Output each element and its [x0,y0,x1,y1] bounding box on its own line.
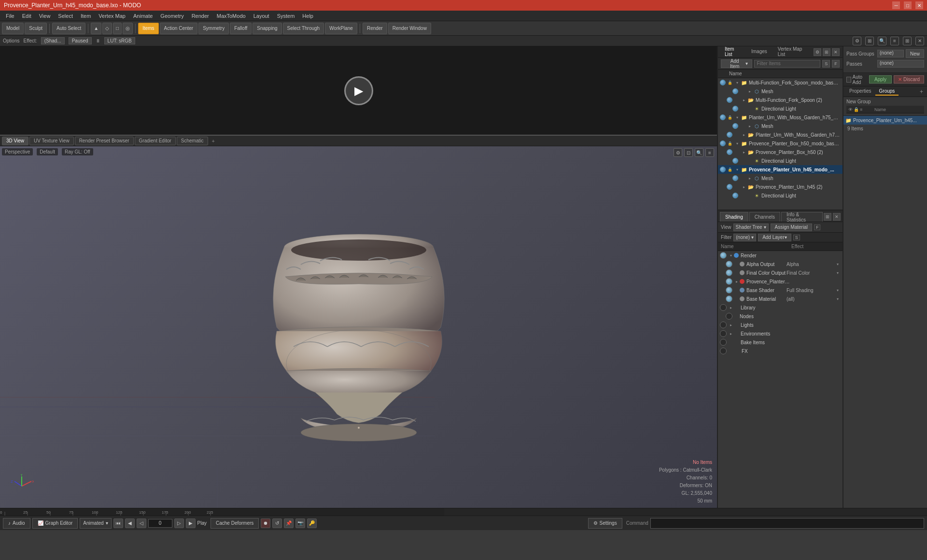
sh-vis-toggle[interactable] [720,330,727,337]
sh-expand-btn[interactable]: ▸ [728,322,734,328]
list-item[interactable]: 🔒 ▾ 📁 Multi-Function_Fork_Spoon_modo_bas… [718,78,843,87]
sh-vis-toggle[interactable] [720,339,727,346]
list-item[interactable]: ☀ Directional Light [718,104,843,113]
vp-ctrl-zoom[interactable]: 🔍 [695,148,703,157]
loop-button[interactable]: ↺ [272,518,282,528]
vp-ctrl-expand[interactable]: ⊡ [684,148,693,157]
shader-item-fx[interactable]: FX [718,347,843,355]
shader-item-environments[interactable]: ▸ Environments [718,329,843,338]
tab-info-statistics[interactable]: Info & Statistics [781,212,823,222]
pin-button[interactable]: 📌 [284,518,294,528]
effect-value[interactable]: (Shad... [41,37,65,44]
add-layer-button[interactable]: Add Layer ▾ [758,234,791,241]
visibility-toggle[interactable] [727,132,732,138]
preview-play-button[interactable]: ▶ [344,76,373,105]
list-item[interactable]: ☀ Directional Light [718,191,843,200]
sh-expand-btn[interactable] [728,348,734,354]
passes-dropdown[interactable]: (none) [877,60,924,68]
vp-grid-btn[interactable]: ⊞ [903,37,912,45]
tab-item-list[interactable]: Item List [721,45,744,59]
visibility-toggle[interactable] [732,193,738,198]
sculpt-button[interactable]: Sculpt [25,23,47,34]
list-item[interactable]: ▸ 📂 Planter_Urn_With_Moss_Garden_h75 (2) [718,130,843,139]
expand-btn[interactable]: ▸ [746,123,753,129]
expand-btn[interactable]: ▾ [734,114,741,121]
filter-f-btn[interactable]: F [832,60,840,68]
model-button[interactable]: Model [2,23,24,34]
command-input[interactable] [650,518,924,529]
expand-btn[interactable]: ▾ [734,79,741,86]
workplane-button[interactable]: WorkPlane [325,23,357,34]
capture-button[interactable]: 📷 [295,518,305,528]
vp-search-btn[interactable]: 🔍 [878,37,886,45]
menu-select[interactable]: Select [54,12,77,20]
sh-vis-toggle[interactable] [720,322,727,328]
lock-btn[interactable] [740,158,745,164]
vp-close-btn[interactable]: ✕ [915,37,924,45]
tab-gradient-editor[interactable]: Gradient Editor [135,137,176,145]
sh-expand-btn[interactable] [734,296,740,302]
lock-btn[interactable] [740,123,745,129]
assign-material-button[interactable]: Assign Material [771,224,812,231]
visibility-toggle[interactable] [727,184,732,190]
render-button[interactable]: Render [363,23,387,34]
lock-btn[interactable] [734,132,740,138]
audio-button[interactable]: ♪ Audio [3,518,30,529]
prev-key-button[interactable]: ◁ [137,518,146,528]
expand-btn[interactable]: ▸ [741,149,747,155]
list-item[interactable]: ▸ 📂 Provence_Planter_Box_h50 (2) [718,148,843,156]
visibility-toggle[interactable] [732,123,738,129]
snapping-button[interactable]: Snapping [253,23,281,34]
visibility-toggle[interactable] [732,175,738,181]
group-item-planter[interactable]: 📁 Provence_Planter_Urn_h45... [843,116,927,125]
expand-btn[interactable]: ▾ [734,140,741,147]
sh-dropdown[interactable]: ▾ [835,297,841,301]
expand-btn[interactable]: ▾ [734,166,741,173]
tab-uv-texture[interactable]: UV Texture View [29,137,74,145]
prev-frame-button[interactable]: ◀ [125,518,135,528]
visibility-toggle[interactable] [732,106,738,112]
shader-item-library[interactable]: ▸ Library [718,303,843,312]
expand-btn[interactable]: ▸ [741,97,747,103]
expand-btn[interactable]: ▸ [741,131,747,138]
sh-expand-btn[interactable] [734,270,740,276]
expand-btn[interactable]: ▸ [746,175,753,182]
lock-btn[interactable]: 🔒 [727,114,733,120]
visibility-toggle[interactable] [727,97,732,103]
expand-btn[interactable]: ▸ [741,183,747,190]
sh-vis-toggle[interactable] [726,295,732,302]
new-button[interactable]: New [906,49,924,58]
lock-btn[interactable] [740,175,745,181]
tab-schematic[interactable]: Schematic [177,137,208,145]
sh-vis-toggle[interactable] [726,278,732,285]
tab-properties[interactable]: Properties [845,87,875,96]
shader-tree-dropdown[interactable]: Shader Tree ▾ [733,224,769,231]
pass-groups-dropdown[interactable]: (none) [877,50,904,57]
sh-expand-btn[interactable] [734,313,740,319]
list-item[interactable]: 🔒 ▾ 📁 Provence_Planter_Urn_h45_modo_... [718,165,843,174]
rec-button[interactable]: ⏺ [261,518,270,528]
list-item[interactable]: ▸ ⬡ Mesh [718,174,843,182]
sh-vis-toggle[interactable] [720,252,727,259]
cache-deformers-button[interactable]: Cache Deformers [211,518,259,529]
minimize-button[interactable]: ─ [892,1,900,9]
sh-expand-btn[interactable]: ▸ [728,305,734,310]
paused-value[interactable]: Paused [69,37,92,44]
list-item[interactable]: ▸ ⬡ Mesh [718,122,843,130]
sh-close-btn[interactable]: ✕ [833,213,841,221]
lock-btn[interactable]: 🔒 [727,140,733,146]
viewport-3d[interactable]: Perspective Default Ray GL: Off ⚙ ⊡ 🔍 ≡ … [0,146,717,508]
list-item[interactable]: ▸ ⬡ Mesh [718,87,843,96]
sh-dropdown[interactable]: ▾ [835,271,841,275]
tab-vertex-map[interactable]: Vertex Map List [774,45,811,59]
expand-btn[interactable] [746,192,753,199]
visibility-toggle[interactable] [720,140,726,146]
lock-btn[interactable] [734,97,740,103]
next-key-button[interactable]: ▷ [174,518,184,528]
shader-item-lights[interactable]: ▸ Lights [718,321,843,329]
tab-images[interactable]: Images [747,48,771,56]
mode-edge-button[interactable]: ◇ [102,23,112,34]
sh-vis-toggle[interactable] [726,269,732,276]
tab-render-preset[interactable]: Render Preset Browser [75,137,134,145]
render-window-button[interactable]: Render Window [388,23,431,34]
